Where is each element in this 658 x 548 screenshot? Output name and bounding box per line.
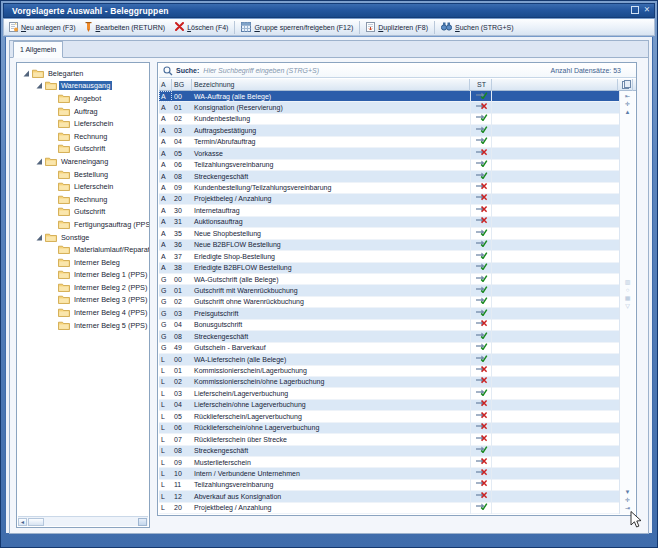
- table-row[interactable]: L 02 Kommissionierschein/ohne Lagerbuchu…: [159, 377, 619, 388]
- table-row[interactable]: A 05 Vorkasse: [159, 148, 619, 159]
- filter-funnel-icon[interactable]: ▽: [625, 303, 630, 309]
- grid-search-bar[interactable]: Suche: Hier Suchbegriff eingeben (STRG+S…: [159, 64, 637, 78]
- close-window-icon[interactable]: ✕: [644, 6, 650, 14]
- table-row[interactable]: A 35 Neue Shopbestellung: [159, 228, 619, 239]
- table-row[interactable]: L 01 Kommissionierschein/Lagerbuchung: [159, 366, 619, 377]
- table-row[interactable]: A 30 Internetauftrag: [159, 205, 619, 216]
- tree-item-label: Wareneingang: [59, 157, 110, 166]
- table-row[interactable]: A 37 Erledigte Shop-Bestellung: [159, 251, 619, 262]
- table-row[interactable]: G 01 Gutschrift mit Warenrückbuchung: [159, 285, 619, 296]
- tree-item[interactable]: Lieferschein: [17, 180, 149, 193]
- tree-item[interactable]: Interner Beleg: [17, 256, 149, 269]
- table-row[interactable]: A 03 Auftragsbestätigung: [159, 125, 619, 136]
- tree-item[interactable]: Interner Beleg 4 (PPS): [17, 306, 149, 319]
- grid-nav-bottom-group[interactable]: ▼ ✛ ⇥: [620, 489, 635, 511]
- table-row[interactable]: A 02 Kundenbestellung: [159, 114, 619, 125]
- tree-item[interactable]: Gutschrift: [17, 206, 149, 219]
- tab-allgemein[interactable]: 1 Allgemein: [13, 41, 63, 58]
- table-row[interactable]: L 08 Streckengeschäft: [159, 446, 619, 457]
- move-icon[interactable]: ✛: [625, 101, 630, 107]
- restore-window-icon[interactable]: [631, 6, 639, 14]
- tree-item[interactable]: Belegarten: [17, 67, 149, 80]
- tree-item[interactable]: Gutschrift: [17, 143, 149, 156]
- table-row[interactable]: A 31 Auktionsauftrag: [159, 217, 619, 228]
- table-row[interactable]: A 06 Teilzahlungsvereinbarung: [159, 160, 619, 171]
- table-row[interactable]: L 00 WA-Lieferschein (alle Belege): [159, 354, 619, 365]
- table-row[interactable]: A 36 Neue B2BFLOW Bestellung: [159, 240, 619, 251]
- tree-item[interactable]: Angebot: [17, 92, 149, 105]
- summary-icon[interactable]: ▦: [625, 295, 631, 301]
- table-row[interactable]: L 11 Teilzahlungsvereinbarung: [159, 480, 619, 491]
- expander-icon[interactable]: [36, 158, 43, 165]
- toolbar-button-duplicate[interactable]: Duplizieren (F8): [361, 20, 433, 35]
- table-row[interactable]: L 05 Rücklieferschein/Lagerverbuchung: [159, 411, 619, 422]
- tree-item[interactable]: Lieferschein: [17, 117, 149, 130]
- tree-item[interactable]: Sonstige: [17, 231, 149, 244]
- table-row[interactable]: L 03 Lieferschein/Lagerverbuchung: [159, 388, 619, 399]
- table-row[interactable]: L 09 Musterlieferschein: [159, 457, 619, 468]
- column-header-empty[interactable]: [492, 79, 618, 91]
- table-row[interactable]: L 06 Rücklieferschein/ohne Lagerverbuchu…: [159, 423, 619, 434]
- search-input[interactable]: Hier Suchbegriff eingeben (STRG+S): [203, 67, 550, 74]
- table-row[interactable]: L 10 Intern / Verbundene Unternehmen: [159, 468, 619, 479]
- column-header-bezeichnung[interactable]: Bezeichnung: [192, 79, 470, 91]
- columns-icon[interactable]: ▥: [625, 279, 631, 285]
- status-blocked-icon: [476, 319, 488, 330]
- table-row[interactable]: A 38 Erledigte B2BFLOW Bestellung: [159, 263, 619, 274]
- table-row[interactable]: L 07 Rücklieferschein über Strecke: [159, 434, 619, 445]
- tree-item[interactable]: Interner Beleg 1 (PPS): [17, 269, 149, 282]
- tree-item[interactable]: Auftrag: [17, 105, 149, 118]
- move-icon[interactable]: ✛: [625, 497, 630, 503]
- table-row[interactable]: L 20 Projektbeleg / Anzahlung: [159, 503, 619, 514]
- scroll-thumb[interactable]: [28, 518, 44, 526]
- tree-item[interactable]: Interner Beleg 5 (PPS): [17, 319, 149, 332]
- scroll-left-icon[interactable]: ◄: [18, 518, 27, 526]
- tree-item[interactable]: Bestellung: [17, 168, 149, 181]
- table-row[interactable]: A 01 Konsignation (Reservierung): [159, 102, 619, 113]
- grid-nav-top-group[interactable]: ⇤ ✛ ▲: [620, 93, 635, 115]
- column-header-st[interactable]: ST: [470, 79, 492, 91]
- grid-tools-group[interactable]: ▥ ○ ▦ ▽: [620, 279, 635, 309]
- column-header-bg[interactable]: BG: [172, 79, 192, 91]
- tree-horizontal-scrollbar[interactable]: ◄: [18, 516, 148, 526]
- tree-item[interactable]: Wareneingang: [17, 155, 149, 168]
- tree-item[interactable]: Rechnung: [17, 193, 149, 206]
- toolbar-button-delete[interactable]: Löschen (F4): [170, 20, 233, 35]
- table-row[interactable]: G 08 Streckengeschäft: [159, 331, 619, 342]
- scroll-up-icon[interactable]: ▲: [625, 109, 631, 115]
- document-type-tree[interactable]: Belegarten Warenausgang Angebot: [16, 62, 150, 528]
- expander-icon[interactable]: [36, 82, 43, 89]
- expander-icon[interactable]: [23, 70, 30, 77]
- column-chooser-icon[interactable]: [618, 79, 633, 91]
- table-row[interactable]: A 04 Termin/Abrufauftrag: [159, 137, 619, 148]
- tree-item[interactable]: Warenausgang: [17, 80, 149, 93]
- find-icon[interactable]: ○: [626, 287, 630, 293]
- column-header-a[interactable]: A: [159, 79, 172, 91]
- tree-item[interactable]: Interner Beleg 3 (PPS): [17, 294, 149, 307]
- table-row[interactable]: G 02 Gutschrift ohne Warenrückbuchung: [159, 297, 619, 308]
- table-row[interactable]: G 04 Bonusgutschrift: [159, 320, 619, 331]
- expander-icon[interactable]: [36, 234, 43, 241]
- table-row[interactable]: L 04 Lieferschein/ohne Lagerverbuchung: [159, 400, 619, 411]
- tree-item[interactable]: Interner Beleg 2 (PPS): [17, 281, 149, 294]
- grid-side-strip[interactable]: ⇤ ✛ ▲ ▥ ○ ▦ ▽ ▼ ✛ ⇥: [619, 91, 635, 514]
- toolbar-button-edit[interactable]: Bearbeiten (RETURN): [80, 20, 170, 35]
- table-row[interactable]: A 20 Projektbeleg / Anzahlung: [159, 194, 619, 205]
- tree-item[interactable]: Materialumlauf/Reparatur: [17, 243, 149, 256]
- tree-item[interactable]: Rechnung: [17, 130, 149, 143]
- toolbar-button-new[interactable]: Neu anlegen (F3): [4, 20, 80, 35]
- table-row[interactable]: A 00 WA-Auftrag (alle Belege): [159, 91, 619, 102]
- toolbar-button-lock-group[interactable]: Gruppe sperren/freigeben (F12): [236, 20, 358, 35]
- scroll-right-icon[interactable]: [138, 518, 147, 526]
- document-group-grid[interactable]: Suche: Hier Suchbegriff eingeben (STRG+S…: [157, 62, 637, 516]
- table-row[interactable]: G 03 Preisgutschrift: [159, 308, 619, 319]
- table-row[interactable]: L 12 Abverkauf aus Konsignation: [159, 491, 619, 502]
- table-row[interactable]: A 08 Streckengeschäft: [159, 171, 619, 182]
- table-row[interactable]: A 09 Kundenbestellung/Teilzahlungsverein…: [159, 183, 619, 194]
- table-row[interactable]: G 49 Gutschein - Barverkauf: [159, 343, 619, 354]
- toolbar-button-search[interactable]: Suchen (STRG+S): [436, 20, 519, 35]
- table-row[interactable]: G 00 WA-Gutschrift (alle Belege): [159, 274, 619, 285]
- scroll-to-top-icon[interactable]: ⇤: [625, 93, 630, 99]
- scroll-down-icon[interactable]: ▼: [625, 489, 631, 495]
- tree-item[interactable]: Fertigungsauftrag (PPS): [17, 218, 149, 231]
